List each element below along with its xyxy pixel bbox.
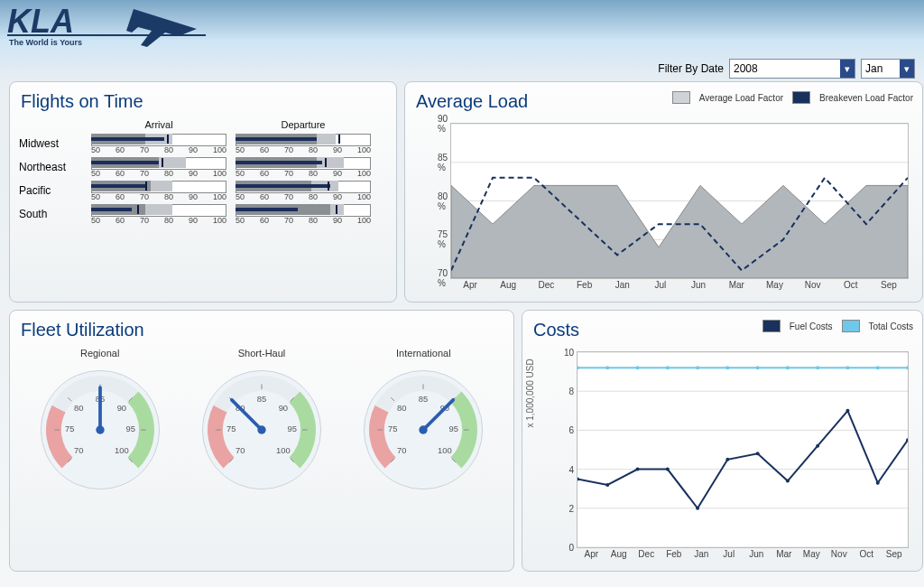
gauge-title: Regional (32, 348, 168, 359)
svg-text:70: 70 (236, 446, 245, 455)
bullet-chart: 5060708090100 (91, 157, 226, 177)
svg-point-71 (725, 458, 729, 461)
svg-text:80: 80 (74, 404, 83, 413)
svg-text:70: 70 (74, 446, 83, 455)
panel-title: Costs (533, 320, 579, 340)
svg-point-75 (845, 409, 849, 413)
svg-point-25 (96, 425, 104, 433)
filter-label: Filter By Date (658, 62, 724, 75)
svg-point-88 (876, 366, 880, 369)
panel-title: Flights on Time (21, 91, 387, 112)
bullet-chart: 5060708090100 (236, 157, 371, 177)
bullet-row-label: South (19, 204, 82, 224)
year-select[interactable]: 2008▾ (729, 59, 855, 79)
bullet-row-label: Northeast (19, 157, 82, 177)
svg-point-70 (696, 507, 699, 510)
svg-point-85 (786, 366, 790, 369)
svg-text:The World is Yours: The World is Yours (9, 38, 82, 47)
svg-point-86 (816, 366, 819, 369)
svg-text:90: 90 (116, 404, 125, 413)
gauge-title: International (356, 348, 491, 359)
svg-text:90: 90 (279, 404, 288, 413)
svg-text:95: 95 (288, 424, 297, 433)
svg-point-87 (845, 366, 849, 369)
svg-point-72 (756, 452, 760, 455)
svg-point-79 (605, 366, 609, 369)
svg-point-76 (876, 481, 880, 485)
svg-text:100: 100 (276, 446, 291, 455)
svg-marker-8 (451, 185, 908, 278)
y-axis-label: x 1,000,000 USD (525, 359, 535, 427)
chevron-down-icon: ▾ (900, 60, 914, 78)
svg-point-67 (605, 483, 609, 487)
svg-text:85: 85 (257, 395, 266, 404)
panel-title: Fleet Utilization (21, 320, 504, 340)
gauge: International707580859095100 (356, 348, 491, 498)
legend: Average Load Factor Breakeven Load Facto… (672, 91, 913, 104)
month-select[interactable]: Jan▾ (861, 59, 915, 79)
bullet-chart: 5060708090100 (236, 134, 371, 154)
svg-text:95: 95 (449, 424, 458, 433)
legend: Fuel Costs Total Costs (762, 320, 913, 332)
gauge-title: Short-Haul (194, 348, 329, 359)
svg-point-69 (666, 468, 670, 471)
svg-point-42 (257, 425, 265, 433)
svg-text:100: 100 (115, 446, 129, 455)
svg-point-89 (906, 366, 908, 369)
svg-text:85: 85 (419, 395, 428, 404)
panel-costs: Costs Fuel Costs Total Costs x 1,000,000… (522, 310, 923, 572)
svg-text:95: 95 (125, 424, 134, 433)
gauge: Short-Haul707580859095100 (194, 348, 329, 498)
svg-point-66 (578, 477, 579, 480)
svg-point-74 (816, 444, 819, 448)
bullet-chart: 5060708090100 (236, 204, 371, 224)
bullet-row-label: Pacific (19, 181, 82, 200)
average-load-chart: 70 %75 %80 %85 %90 %AprAugDecFebJanJulJu… (450, 123, 909, 279)
header: KLA The World is Yours Filter By Date 20… (0, 0, 924, 81)
bullet-chart: 5060708090100 (91, 204, 226, 224)
svg-point-59 (420, 425, 428, 433)
chevron-down-icon: ▾ (840, 60, 855, 78)
svg-point-84 (756, 366, 760, 369)
svg-point-73 (786, 480, 790, 483)
svg-point-81 (666, 366, 670, 369)
bullet-chart: 5060708090100 (91, 181, 226, 200)
svg-text:80: 80 (397, 404, 406, 413)
svg-point-68 (636, 468, 640, 471)
svg-text:KLA: KLA (7, 3, 74, 40)
svg-text:75: 75 (388, 424, 397, 433)
svg-point-82 (696, 366, 699, 369)
svg-text:70: 70 (397, 446, 406, 455)
svg-text:75: 75 (226, 424, 236, 433)
svg-text:75: 75 (65, 424, 74, 433)
costs-chart: 0246810AprAugDecFebJanJulJunMarMayNovOct… (577, 351, 909, 548)
panel-flights-on-time: Flights on Time ArrivalDepartureMidwest5… (9, 81, 397, 303)
bullet-chart: 5060708090100 (91, 134, 226, 154)
logo: KLA The World is Yours (7, 2, 206, 69)
gauge: Regional707580859095100 (32, 348, 168, 498)
svg-text:100: 100 (438, 446, 452, 455)
bullet-chart: 5060708090100 (236, 181, 371, 200)
svg-point-80 (636, 366, 640, 369)
bullet-row-label: Midwest (19, 134, 82, 154)
svg-point-78 (578, 366, 579, 369)
panel-fleet-utilization: Fleet Utilization Regional70758085909510… (9, 310, 514, 572)
panel-average-load: Average Load Average Load Factor Breakev… (404, 81, 923, 303)
svg-point-83 (725, 366, 729, 369)
